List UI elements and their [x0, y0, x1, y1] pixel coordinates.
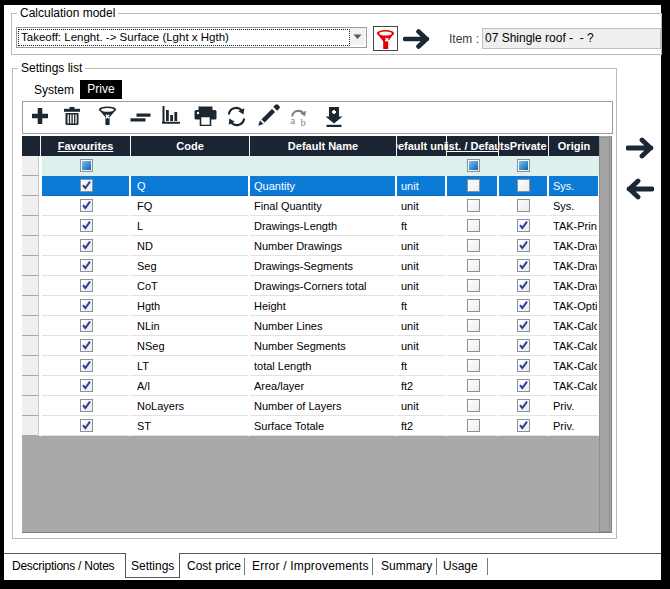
svg-text:b: b [301, 117, 306, 127]
svg-text:a: a [291, 115, 296, 126]
